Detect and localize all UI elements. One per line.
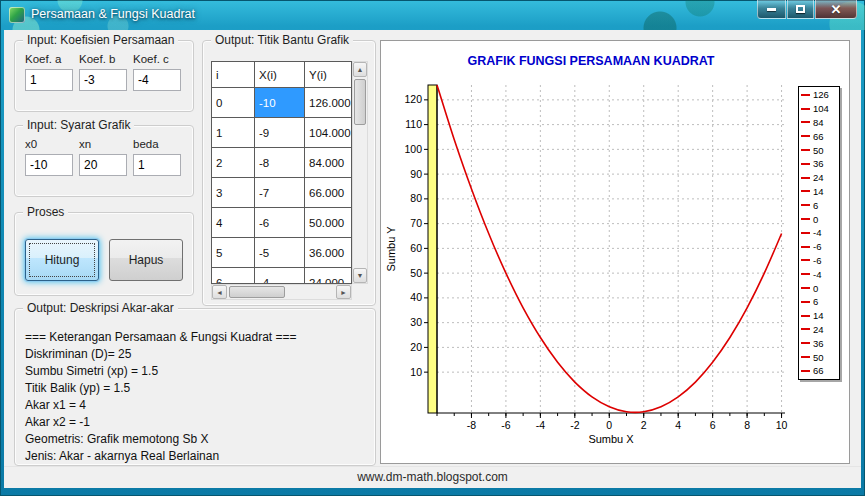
y-tick-label: 100: [404, 143, 422, 155]
minimize-button[interactable]: [757, 0, 786, 19]
koef-b-input[interactable]: [79, 69, 127, 91]
legend-value: 6: [813, 200, 818, 211]
table-row: 1-9104.000: [212, 118, 351, 148]
y-tick-label: 120: [404, 93, 422, 105]
grid-cell[interactable]: 24.000: [305, 268, 352, 284]
vertical-scrollbar[interactable]: ▲ ▼: [352, 61, 368, 284]
horizontal-scroll-thumb[interactable]: [229, 286, 285, 298]
legend-entry: 36: [801, 336, 837, 350]
grid-cell[interactable]: -9: [255, 118, 305, 148]
titlebar[interactable]: Persamaan & Fungsi Kuadrat ✕: [0, 0, 865, 30]
groupbox-syarat: Input: Syarat Grafik x0 xn beda: [14, 125, 194, 197]
groupbox-proses: Proses Hitung Hapus: [14, 212, 194, 296]
x-tick-label: -2: [570, 419, 579, 431]
table-row: 6-424.000: [212, 268, 351, 284]
grid-cell[interactable]: -8: [255, 148, 305, 178]
grid-cell[interactable]: 4: [212, 208, 255, 238]
close-button[interactable]: ✕: [815, 0, 857, 19]
y-tick-label: 110: [405, 118, 422, 130]
statusbar: www.dm-math.blogspot.com: [4, 466, 861, 488]
x-tick-label: 4: [675, 419, 681, 431]
groupbox-deskripsi: Output: Deskripsi Akar-akar === Keterang…: [14, 308, 376, 466]
legend-value: 36: [813, 338, 824, 349]
grid-cell[interactable]: 66.000: [305, 178, 352, 208]
legend-value: 0: [813, 214, 818, 225]
description-line: Akar x1 = 4: [25, 397, 367, 414]
koef-a-input[interactable]: [25, 69, 73, 91]
x-axis-title: Sumbu X: [588, 433, 634, 445]
x-tick-label: 10: [776, 419, 788, 431]
koef-c-input[interactable]: [133, 69, 181, 91]
chart-legend: 12610484665036241460-4-6-6-4061424365066: [798, 86, 840, 380]
legend-value: 24: [813, 172, 824, 183]
scroll-down-button[interactable]: ▼: [353, 268, 367, 283]
series-marker-icon: [801, 356, 810, 358]
app-icon: [9, 7, 25, 23]
series-marker-icon: [801, 287, 810, 289]
statusbar-link[interactable]: www.dm-math.blogspot.com: [357, 470, 508, 484]
legend-value: -6: [813, 241, 821, 252]
grid-cell[interactable]: -7: [255, 178, 305, 208]
x0-input[interactable]: [25, 154, 73, 176]
y-tick-label: 20: [410, 341, 422, 353]
groupbox-deskripsi-label: Output: Deskripsi Akar-akar: [23, 301, 178, 315]
grid-cell[interactable]: 1: [212, 118, 255, 148]
grid-cell[interactable]: 2: [212, 148, 255, 178]
koef-b-label: Koef. b: [79, 53, 127, 65]
beda-input[interactable]: [133, 154, 181, 176]
series-marker-icon: [801, 177, 810, 179]
grid-header-cell: X(i): [255, 62, 305, 88]
grid-cell[interactable]: 3: [212, 178, 255, 208]
scroll-up-button[interactable]: ▲: [353, 62, 367, 77]
grid-cell[interactable]: 0: [212, 88, 255, 118]
groupbox-titik-bantu-label: Output: Titik Bantu Grafik: [211, 33, 353, 47]
scrollbar-corner: [352, 284, 368, 300]
grid-cell[interactable]: 36.000: [305, 238, 352, 268]
hitung-button[interactable]: Hitung: [25, 239, 99, 281]
x-tick-label: 6: [710, 419, 716, 431]
legend-value: 24: [813, 324, 824, 335]
koef-a-label: Koef. a: [25, 53, 73, 65]
maximize-button[interactable]: [787, 0, 814, 19]
series-marker-icon: [801, 163, 810, 165]
series-marker-icon: [801, 259, 810, 261]
series-marker-icon: [801, 315, 810, 317]
grid-cell[interactable]: 104.000: [305, 118, 352, 148]
grid-cell[interactable]: 6: [212, 268, 255, 284]
scroll-left-button[interactable]: ◄: [212, 285, 227, 299]
xn-input[interactable]: [79, 154, 127, 176]
koef-c-label: Koef. c: [133, 53, 181, 65]
series-marker-icon: [801, 190, 810, 192]
horizontal-scrollbar[interactable]: ◄ ►: [211, 284, 352, 300]
description-text: === Keterangan Persamaan & Fungsi Kuadra…: [25, 329, 367, 465]
description-line: Jenis: Akar - akarnya Real Berlainan: [25, 448, 367, 465]
description-line: Diskriminan (D)= 25: [25, 346, 367, 363]
legend-entry: -4: [801, 267, 837, 281]
grid-cell[interactable]: 5: [212, 238, 255, 268]
legend-entry: 14: [801, 309, 837, 323]
hapus-button[interactable]: Hapus: [109, 239, 183, 281]
x-tick-label: 2: [641, 419, 647, 431]
legend-entry: -6: [801, 254, 837, 268]
legend-value: -4: [813, 227, 821, 238]
vertical-scroll-thumb[interactable]: [354, 79, 366, 125]
grid-cell[interactable]: 126.000: [305, 88, 352, 118]
legend-entry: 0: [801, 212, 837, 226]
y-tick-label: 80: [410, 192, 422, 204]
scroll-right-button[interactable]: ►: [336, 285, 351, 299]
groupbox-proses-label: Proses: [23, 205, 68, 219]
legend-value: 36: [813, 158, 824, 169]
chart-panel: GRAFIK FUNGSI PERSAMAAN KUADRAT 10203040…: [380, 40, 850, 464]
grid-cell[interactable]: -10: [255, 88, 305, 118]
table-row: 2-884.000: [212, 148, 351, 178]
grid-cell[interactable]: 84.000: [305, 148, 352, 178]
grid-cell[interactable]: 50.000: [305, 208, 352, 238]
legend-value: 66: [813, 365, 824, 376]
grid-cell[interactable]: -6: [255, 208, 305, 238]
grid-cell[interactable]: -4: [255, 268, 305, 284]
chart-left-wall: [428, 85, 437, 413]
grid-body: 0-10126.0001-9104.0002-884.0003-766.0004…: [212, 88, 351, 284]
legend-value: 6: [813, 296, 818, 307]
grid-cell[interactable]: -5: [255, 238, 305, 268]
legend-value: 66: [813, 131, 824, 142]
